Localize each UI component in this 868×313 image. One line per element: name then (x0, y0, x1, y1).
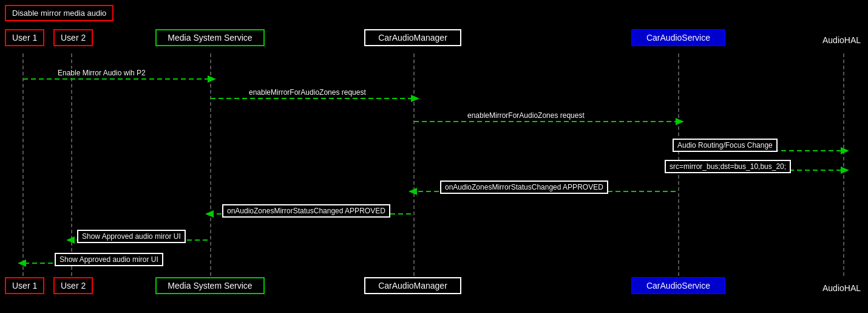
note-show-approved-1: Show Approved audio miror UI (77, 230, 186, 243)
actor-audiohal-bottom: AudioHAL (822, 283, 861, 293)
svg-marker-19 (205, 210, 214, 218)
msg-2-label: enableMirrorForAudioZones request (249, 88, 366, 97)
actor-user2-bottom: User 2 (53, 277, 93, 294)
sequence-diagram: Disable mirror media audio User 1 User 2… (0, 0, 868, 313)
actor-cas-bottom: CarAudioService (631, 277, 725, 294)
note-src-mirror: src=mirror_bus;dst=bus_10,bus_20; (665, 160, 791, 173)
svg-marker-23 (18, 260, 26, 267)
msg-3-label: enableMirrorForAudioZones request (467, 111, 585, 120)
actor-user1-bottom: User 1 (5, 277, 44, 294)
note-approved-2: onAudioZonesMirrorStatusChanged APPROVED (222, 204, 390, 218)
svg-marker-21 (66, 236, 75, 244)
actor-media-bottom: Media System Service (155, 277, 265, 294)
svg-marker-9 (411, 95, 419, 102)
svg-marker-15 (841, 167, 849, 174)
note-audio-routing: Audio Routing/Focus Change (673, 139, 778, 152)
note-approved-1: onAudioZonesMirrorStatusChanged APPROVED (440, 181, 608, 194)
msg-1-label: Enable Mirror Audio wih P2 (58, 69, 146, 77)
svg-marker-11 (676, 118, 684, 125)
svg-marker-13 (841, 147, 849, 154)
actor-cam-bottom: CarAudioManager (364, 277, 461, 294)
svg-marker-7 (208, 75, 216, 83)
svg-marker-17 (409, 188, 417, 195)
note-show-approved-2: Show Approved audio miror UI (55, 253, 163, 266)
